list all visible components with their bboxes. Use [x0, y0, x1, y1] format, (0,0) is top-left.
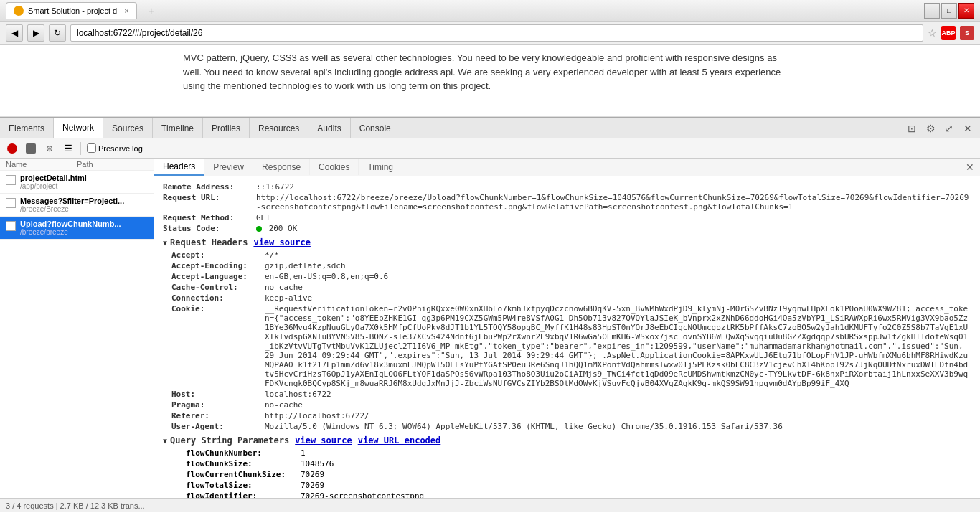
url-input[interactable] — [70, 24, 923, 42]
remote-address-label: Remote Address: — [163, 182, 256, 192]
tab-resources[interactable]: Resources — [250, 118, 308, 138]
network-request-list: Name Path projectDetail.html /app/projec… — [0, 159, 154, 498]
accept-language-label: Accept-Language: — [171, 272, 265, 281]
filter-button[interactable]: ⊛ — [43, 142, 56, 155]
address-bar: ◀ ▶ ↻ ☆ ABP S — [0, 22, 980, 45]
status-code-value: 200 OK — [256, 224, 971, 233]
view-source-link[interactable]: view source — [253, 237, 310, 248]
browser-tab[interactable]: Smart Solution - project d × — [6, 2, 137, 19]
page-content: MVC pattern, jQuery, CSS3 as well as sev… — [0, 45, 980, 117]
tab-cookies[interactable]: Cookies — [310, 159, 359, 175]
tab-headers[interactable]: Headers — [154, 159, 204, 176]
connection-label: Connection: — [171, 293, 265, 303]
clear-button[interactable] — [24, 142, 37, 155]
cookie-label: Cookie: — [171, 304, 265, 388]
close-devtools-button[interactable]: ✕ — [960, 121, 976, 136]
referer-row: Referer: http://localhost:6722/ — [171, 411, 971, 420]
accept-language-row: Accept-Language: en-GB,en-US;q=0.8,en;q=… — [171, 272, 971, 281]
request-headers-section[interactable]: ▼ Request Headers view source — [163, 237, 971, 248]
tab-audits[interactable]: Audits — [308, 118, 350, 138]
adblock-extension-icon[interactable]: ABP — [941, 26, 956, 40]
preserve-log-checkbox[interactable] — [87, 143, 96, 153]
close-button[interactable]: ✕ — [958, 3, 974, 19]
path-column-header: Path — [77, 160, 148, 169]
devtools-tab-bar: Elements Network Sources Timeline Profil… — [0, 118, 980, 138]
tab-console[interactable]: Console — [351, 118, 400, 138]
clear-icon — [26, 143, 36, 154]
pragma-value: no-cache — [265, 400, 971, 410]
status-code-text: 200 OK — [269, 224, 298, 233]
record-icon — [7, 143, 17, 154]
tab-response[interactable]: Response — [253, 159, 310, 175]
query-string-section[interactable]: ▼ Query String Parameters view source vi… — [163, 435, 971, 446]
user-agent-label: User-Agent: — [171, 422, 265, 431]
preserve-log-checkbox-label[interactable]: Preserve log — [87, 143, 143, 153]
list-item[interactable]: Messages?$filter=Projectl... /breeze/Bre… — [0, 194, 154, 217]
list-item[interactable]: projectDetail.html /app/project — [0, 171, 154, 194]
fullscreen-button[interactable]: ⤢ — [941, 121, 957, 136]
accept-encoding-label: Accept-Encoding: — [171, 261, 265, 270]
request-name: projectDetail.html — [20, 174, 142, 182]
request-path: /breeze/breeze — [20, 228, 148, 236]
bookmark-icon[interactable]: ☆ — [928, 27, 937, 39]
back-button[interactable]: ◀ — [6, 24, 23, 42]
tab-timeline[interactable]: Timeline — [153, 118, 203, 138]
param-name: flowIdentifier: — [186, 491, 301, 498]
request-tab-bar: Headers Preview Response Cookies Timing … — [154, 159, 980, 176]
request-headers-fields: Accept: */* Accept-Encoding: gzip,deflat… — [171, 250, 971, 431]
tab-elements[interactable]: Elements — [0, 118, 54, 138]
request-path: /breeze/Breeze — [20, 205, 148, 213]
tab-preview[interactable]: Preview — [204, 159, 253, 175]
title-bar: Smart Solution - project d × + — □ ✕ — [0, 0, 980, 22]
query-view-url-encoded-link[interactable]: view URL encoded — [358, 435, 441, 446]
referer-value: http://localhost:6722/ — [265, 411, 971, 420]
request-url-row: Request URL: http://localhost:6722/breez… — [163, 193, 971, 212]
accept-row: Accept: */* — [171, 250, 971, 260]
tab-profiles[interactable]: Profiles — [203, 118, 250, 138]
query-view-source-link[interactable]: view source — [295, 435, 352, 446]
request-method-label: Request Method: — [163, 213, 256, 222]
stylish-extension-icon[interactable]: S — [960, 26, 974, 40]
maximize-button[interactable]: □ — [941, 3, 957, 19]
accept-language-value: en-GB,en-US;q=0.8,en;q=0.6 — [265, 272, 971, 281]
connection-row: Connection: keep-alive — [171, 293, 971, 303]
cache-control-row: Cache-Control: no-cache — [171, 283, 971, 292]
forward-button[interactable]: ▶ — [27, 24, 44, 42]
request-url-label: Request URL: — [163, 193, 256, 212]
remote-address-value: ::1:6722 — [256, 182, 971, 192]
param-name: flowTotalSize: — [186, 481, 301, 490]
param-value: 70269 — [301, 470, 324, 479]
tab-network[interactable]: Network — [54, 118, 103, 138]
accept-encoding-row: Accept-Encoding: gzip,deflate,sdch — [171, 261, 971, 270]
new-tab-button[interactable]: + — [143, 2, 160, 19]
record-button[interactable] — [6, 142, 19, 155]
cache-control-label: Cache-Control: — [171, 283, 265, 292]
list-view-button[interactable]: ☰ — [62, 142, 75, 155]
request-path: /app/project — [20, 182, 148, 190]
request-type-icon — [6, 175, 16, 185]
query-params-list: flowChunkNumber: 1 flowChunkSize: 104857… — [171, 448, 971, 498]
window-controls: — □ ✕ — [924, 3, 974, 19]
request-type-icon — [6, 198, 16, 208]
referer-label: Referer: — [171, 411, 265, 420]
dock-button[interactable]: ⊡ — [904, 121, 920, 136]
minimize-button[interactable]: — — [924, 3, 940, 19]
host-label: Host: — [171, 390, 265, 399]
query-param-flowChunkNumber: flowChunkNumber: 1 — [186, 448, 971, 458]
request-url-value: http://localhost:6722/breeze/breeze/Uplo… — [256, 193, 971, 212]
toolbar-separator — [80, 142, 81, 155]
collapse-arrow-icon: ▼ — [163, 239, 167, 247]
host-row: Host: localhost:6722 — [171, 390, 971, 399]
settings-button[interactable]: ⚙ — [923, 121, 938, 136]
status-bar: 3 / 4 requests | 2.7 KB / 12.3 KB trans.… — [0, 498, 980, 512]
request-method-value: GET — [256, 213, 971, 222]
tab-close-button[interactable]: × — [124, 6, 128, 15]
pragma-row: Pragma: no-cache — [171, 400, 971, 410]
tab-timing[interactable]: Timing — [359, 159, 402, 175]
tab-sources[interactable]: Sources — [103, 118, 153, 138]
reload-button[interactable]: ↻ — [49, 24, 66, 42]
close-detail-panel-button[interactable]: ✕ — [960, 159, 980, 176]
query-string-label: Query String Parameters — [170, 435, 289, 446]
list-item[interactable]: Upload?flowChunkNumb... /breeze/breeze — [0, 217, 154, 240]
user-agent-row: User-Agent: Mozilla/5.0 (Windows NT 6.3;… — [171, 422, 971, 431]
